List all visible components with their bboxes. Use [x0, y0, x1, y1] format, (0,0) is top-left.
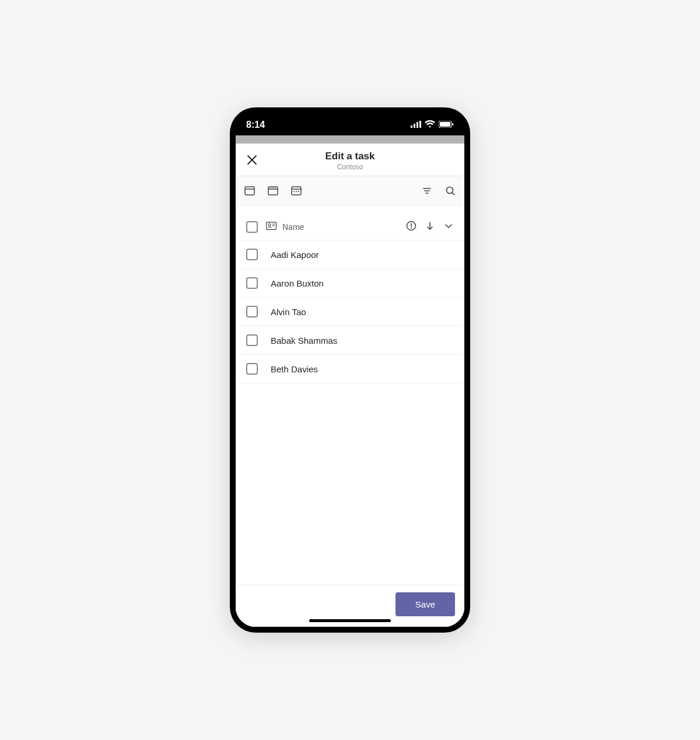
person-name: Babak Shammas: [270, 336, 337, 345]
svg-point-13: [275, 187, 276, 189]
svg-point-25: [268, 224, 271, 226]
contact-card-icon: [266, 222, 276, 232]
home-indicator[interactable]: [309, 619, 391, 622]
svg-rect-7: [245, 187, 254, 195]
list-item[interactable]: Alvin Tao: [236, 298, 464, 326]
svg-rect-2: [416, 122, 418, 128]
list-header-row: Name: [236, 215, 464, 240]
status-bar: 8:14: [236, 114, 464, 135]
close-icon: [246, 154, 258, 166]
calendar-day-icon: [244, 186, 255, 196]
view-day-button[interactable]: [244, 185, 256, 197]
filter-icon: [422, 186, 432, 196]
search-button[interactable]: [444, 185, 456, 197]
cellular-icon: [411, 120, 421, 130]
svg-point-30: [411, 228, 412, 229]
status-icons: [411, 120, 454, 130]
alert-column-icon[interactable]: [406, 221, 416, 233]
row-checkbox[interactable]: [246, 334, 258, 346]
svg-point-12: [272, 187, 274, 189]
list-item[interactable]: Aaron Buxton: [236, 269, 464, 298]
sheet-header: Edit a task Contoso: [236, 144, 464, 176]
svg-point-11: [270, 187, 271, 189]
svg-rect-1: [414, 124, 415, 128]
list-item[interactable]: Aadi Kapoor: [236, 240, 464, 269]
search-icon: [445, 186, 456, 196]
sheet-handle-area: [236, 135, 464, 144]
close-button[interactable]: [244, 152, 260, 168]
save-button[interactable]: Save: [396, 592, 455, 616]
sort-arrow-down-icon[interactable]: [425, 221, 435, 233]
svg-rect-5: [440, 122, 450, 127]
content-area: Name: [236, 205, 464, 585]
svg-rect-3: [419, 121, 421, 128]
person-name: Alvin Tao: [270, 307, 306, 317]
svg-rect-0: [411, 125, 412, 128]
phone-frame: 8:14 Edit a task Contoso: [230, 107, 470, 633]
toolbar: [236, 176, 464, 205]
row-checkbox[interactable]: [246, 363, 258, 375]
svg-rect-6: [452, 123, 453, 125]
view-month-button[interactable]: [290, 185, 302, 197]
row-checkbox[interactable]: [246, 306, 258, 317]
page-subtitle: Contoso: [325, 163, 374, 171]
wifi-icon: [425, 120, 435, 130]
sheet: Edit a task Contoso: [236, 144, 464, 627]
row-checkbox[interactable]: [246, 249, 258, 260]
person-name: Aadi Kapoor: [270, 250, 319, 260]
screen: Edit a task Contoso: [236, 135, 464, 627]
chevron-down-icon[interactable]: [443, 221, 454, 233]
view-week-button[interactable]: [267, 185, 279, 197]
page-title: Edit a task: [325, 151, 374, 162]
svg-point-18: [298, 191, 299, 192]
row-checkbox[interactable]: [246, 277, 258, 289]
filter-button[interactable]: [421, 185, 433, 197]
calendar-week-icon: [268, 186, 278, 196]
calendar-month-icon: [291, 186, 302, 196]
person-name: Aaron Buxton: [270, 278, 324, 288]
select-all-checkbox[interactable]: [246, 221, 258, 233]
person-name: Beth Davies: [270, 364, 318, 374]
status-time: 8:14: [246, 120, 265, 130]
svg-line-23: [452, 193, 454, 195]
list-item[interactable]: Babak Shammas: [236, 326, 464, 355]
column-name-label[interactable]: Name: [282, 222, 304, 232]
title-block: Edit a task Contoso: [325, 151, 374, 171]
list-item[interactable]: Beth Davies: [236, 355, 464, 383]
battery-icon: [439, 120, 454, 130]
svg-point-16: [293, 191, 295, 192]
svg-point-17: [296, 191, 297, 192]
